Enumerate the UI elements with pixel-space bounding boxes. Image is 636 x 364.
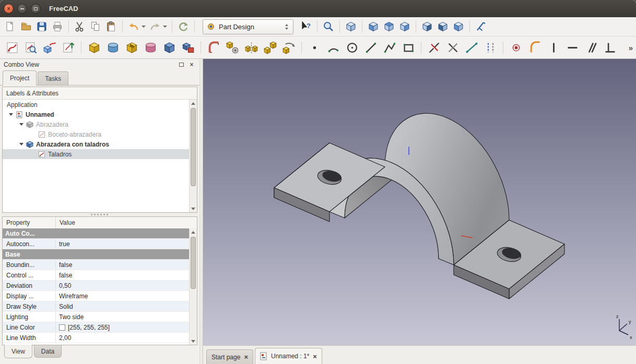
property-row[interactable]: Boundin... false bbox=[3, 260, 189, 270]
tree-item-abrazadera[interactable]: Abrazadera bbox=[3, 119, 189, 129]
mirrored-button[interactable] bbox=[242, 38, 261, 57]
property-scrollbar-thumb[interactable] bbox=[191, 237, 196, 289]
tree-item-unnamed[interactable]: Unnamed bbox=[3, 110, 189, 119]
sketch-arc-button[interactable] bbox=[324, 38, 343, 57]
property-value[interactable]: 2,00 bbox=[56, 333, 189, 343]
property-group-row[interactable]: Base bbox=[3, 249, 189, 260]
save-document-button[interactable] bbox=[34, 19, 50, 34]
measure-distance-button[interactable] bbox=[473, 19, 489, 34]
fit-all-button[interactable] bbox=[321, 19, 336, 34]
property-row[interactable]: Display ... Wireframe bbox=[3, 291, 189, 301]
polar-pattern-button[interactable] bbox=[279, 38, 298, 57]
property-value[interactable]: false bbox=[56, 260, 189, 270]
sketch-polyline-button[interactable] bbox=[380, 38, 399, 57]
window-minimize-button[interactable] bbox=[17, 4, 27, 14]
additive-box-button[interactable] bbox=[160, 38, 179, 57]
external-geometry-button[interactable] bbox=[462, 38, 481, 57]
tree-item-boceto-abrazadera[interactable]: Boceto-abrazadera bbox=[3, 129, 189, 139]
linear-pattern-button[interactable] bbox=[261, 38, 279, 57]
tree-item-abrazadera-con-taladros[interactable]: Abrazadera con taladros bbox=[3, 139, 189, 149]
redo-button[interactable] bbox=[147, 19, 163, 34]
pocket-button[interactable] bbox=[122, 38, 141, 57]
expander-icon[interactable] bbox=[19, 143, 23, 145]
constraint-parallel-button[interactable] bbox=[582, 38, 600, 57]
expander-icon[interactable] bbox=[19, 123, 23, 126]
constraint-coincident-button[interactable] bbox=[507, 38, 525, 57]
tree-scrollbar-thumb[interactable] bbox=[191, 108, 196, 186]
undo-button[interactable] bbox=[126, 19, 142, 34]
extend-edge-button[interactable] bbox=[443, 38, 462, 57]
tree-item-taladros[interactable]: Taladros bbox=[3, 149, 189, 159]
property-value[interactable]: Solid bbox=[56, 301, 189, 311]
expander-icon[interactable] bbox=[9, 113, 13, 116]
fillet-button[interactable] bbox=[204, 38, 223, 57]
property-row-line-color[interactable]: Line Color [255, 255, 255] bbox=[3, 322, 189, 333]
property-row[interactable]: Draw Style Solid bbox=[3, 301, 189, 312]
close-tab-icon[interactable]: × bbox=[244, 353, 248, 361]
scroll-up-arrow[interactable] bbox=[190, 100, 197, 107]
titlebar[interactable]: × FreeCAD bbox=[0, 0, 636, 17]
refresh-button[interactable] bbox=[175, 19, 191, 34]
tree-item-application[interactable]: Application bbox=[3, 100, 189, 110]
3d-viewport[interactable]: z y x bbox=[203, 59, 636, 345]
trim-edge-button[interactable] bbox=[425, 38, 443, 57]
toolbar-overflow-button[interactable]: » bbox=[629, 43, 633, 52]
map-sketch-button[interactable] bbox=[40, 38, 59, 57]
new-sketch-button[interactable] bbox=[3, 38, 21, 57]
tab-project[interactable]: Project bbox=[3, 70, 37, 86]
redo-dropdown[interactable] bbox=[163, 26, 167, 28]
paste-button[interactable] bbox=[103, 19, 119, 34]
bottom-view-button[interactable] bbox=[435, 19, 451, 34]
axonometric-view-button[interactable] bbox=[343, 19, 359, 34]
property-row[interactable]: Line Width 2,00 bbox=[3, 333, 189, 343]
leave-sketch-button[interactable] bbox=[59, 38, 78, 57]
boolean-operation-button[interactable] bbox=[179, 38, 197, 57]
window-close-button[interactable]: × bbox=[4, 4, 14, 14]
right-view-button[interactable] bbox=[397, 19, 413, 34]
tab-data[interactable]: Data bbox=[34, 345, 62, 358]
property-row[interactable]: Control ... false bbox=[3, 270, 189, 281]
sketch-point-button[interactable] bbox=[305, 38, 324, 57]
revolution-button[interactable] bbox=[103, 38, 122, 57]
sketch-rectangle-button[interactable] bbox=[399, 38, 418, 57]
scroll-down-arrow[interactable] bbox=[190, 205, 197, 212]
tree-scrollbar[interactable] bbox=[189, 100, 197, 212]
sketch-circle-button[interactable] bbox=[343, 38, 361, 57]
property-value[interactable]: [255, 255, 255] bbox=[56, 322, 189, 332]
panel-close-button[interactable]: × bbox=[187, 60, 196, 69]
tab-start-page[interactable]: Start page × bbox=[206, 349, 253, 364]
undo-dropdown[interactable] bbox=[142, 26, 146, 28]
top-view-button[interactable] bbox=[381, 19, 397, 34]
constraint-horizontal-button[interactable] bbox=[563, 38, 582, 57]
window-maximize-button[interactable] bbox=[31, 4, 41, 14]
property-value[interactable]: false bbox=[56, 270, 189, 280]
property-value[interactable]: true bbox=[56, 239, 189, 249]
combo-view-header[interactable]: Combo View × bbox=[0, 59, 199, 70]
new-document-button[interactable] bbox=[3, 19, 18, 34]
property-value[interactable]: Two side bbox=[56, 312, 189, 322]
copy-button[interactable] bbox=[88, 19, 103, 34]
pad-button[interactable] bbox=[85, 38, 103, 57]
panel-float-button[interactable] bbox=[177, 60, 185, 69]
front-view-button[interactable] bbox=[366, 19, 381, 34]
column-header-value[interactable]: Value bbox=[56, 217, 197, 228]
property-row[interactable]: Lighting Two side bbox=[3, 312, 189, 322]
scroll-up-arrow[interactable] bbox=[190, 228, 197, 236]
transformed-pattern-button[interactable] bbox=[223, 38, 242, 57]
view-sketch-button[interactable] bbox=[21, 38, 40, 57]
sketch-fillet-button[interactable] bbox=[525, 38, 544, 57]
tab-unnamed-document[interactable]: Unnamed : 1* × bbox=[255, 348, 322, 364]
tab-view[interactable]: View bbox=[4, 345, 32, 358]
sketch-line-button[interactable] bbox=[361, 38, 380, 57]
column-header-property[interactable]: Property bbox=[3, 217, 56, 228]
property-value[interactable]: 0,50 bbox=[56, 281, 189, 290]
panel-splitter[interactable] bbox=[2, 213, 197, 216]
tab-tasks[interactable]: Tasks bbox=[38, 71, 68, 85]
constraint-vertical-button[interactable] bbox=[544, 38, 563, 57]
constraint-perpendicular-button[interactable] bbox=[600, 38, 619, 57]
scroll-down-arrow[interactable] bbox=[190, 337, 197, 345]
property-scrollbar[interactable] bbox=[189, 228, 197, 345]
property-row[interactable]: Deviation 0,50 bbox=[3, 281, 189, 291]
open-document-button[interactable] bbox=[18, 19, 34, 34]
left-view-button[interactable] bbox=[451, 19, 466, 34]
